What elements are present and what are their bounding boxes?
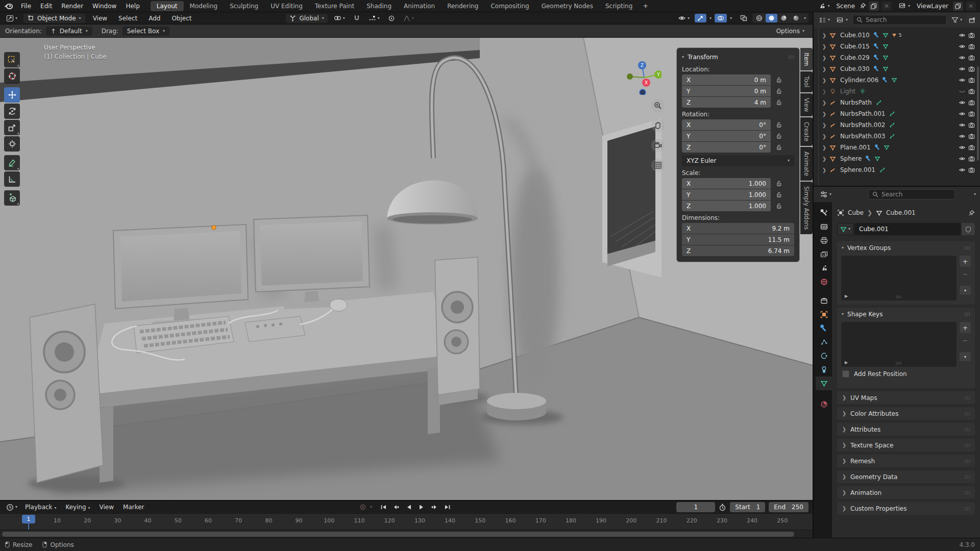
list-resize-grip[interactable]	[895, 295, 902, 298]
lock-icon[interactable]	[775, 144, 782, 151]
modifier-icon[interactable]	[875, 144, 881, 151]
scene-name[interactable]: Scene	[834, 3, 857, 10]
tab-material[interactable]	[816, 397, 832, 411]
outliner-row-sphere-001[interactable]: ❯ Sphere.001	[822, 164, 980, 176]
pivot-point-dropdown[interactable]: ▾	[332, 14, 347, 22]
tool-move[interactable]	[4, 87, 20, 103]
auto-keying-dropdown[interactable]: ▾	[370, 505, 372, 509]
expand-icon[interactable]: ❯	[822, 134, 827, 139]
lock-icon[interactable]	[775, 88, 782, 94]
current-frame-marker[interactable]: 1	[22, 515, 35, 523]
mode-selector[interactable]: Object Mode ▾	[23, 14, 85, 23]
prev-keyframe-button[interactable]	[390, 503, 402, 512]
panel-drag-grip[interactable]	[964, 312, 970, 316]
modifier-icon[interactable]	[874, 32, 880, 38]
tool-scale[interactable]	[4, 120, 20, 135]
workspace-tab-rendering[interactable]: Rendering	[441, 1, 484, 11]
scale-z-field[interactable]: Z1.000	[682, 201, 771, 211]
workspace-tab-uv-editing[interactable]: UV Editing	[264, 1, 309, 11]
list-resize-grip[interactable]	[895, 362, 902, 365]
workspace-tab-layout[interactable]: Layout	[151, 1, 184, 11]
gizmo-axis-z-neg[interactable]	[640, 89, 646, 95]
snap-toggle[interactable]	[351, 14, 362, 23]
lock-icon[interactable]	[775, 121, 782, 128]
panel-drag-grip[interactable]	[964, 443, 970, 447]
timeline-editor-type-button[interactable]: ▾	[4, 503, 19, 512]
disable-render-icon[interactable]	[968, 88, 975, 94]
lock-icon[interactable]	[775, 99, 782, 106]
hide-eye-icon[interactable]	[959, 99, 966, 106]
shading-dropdown[interactable]: ▾	[802, 16, 807, 20]
navigation-gizmo[interactable]: Z Y X	[627, 60, 662, 95]
location-z-field[interactable]: Z4 m	[682, 97, 771, 108]
tab-constraints[interactable]	[816, 363, 832, 377]
expand-icon[interactable]: ❯	[822, 89, 827, 94]
lock-icon[interactable]	[775, 133, 782, 139]
toggle-perspective-icon[interactable]	[651, 159, 665, 172]
sidebar-tab-tool[interactable]: Tool	[800, 71, 813, 92]
menu-select[interactable]: Select	[115, 14, 141, 23]
outliner-row-plane-001[interactable]: ❯ Plane.001	[822, 142, 980, 153]
panel-drag-grip[interactable]	[964, 396, 970, 400]
outliner-row-cube-015[interactable]: ❯ Cube.015	[822, 41, 980, 52]
xray-toggle[interactable]	[738, 14, 749, 22]
section-attributes[interactable]: ❯ Attributes	[837, 423, 975, 436]
proportional-editing-toggle[interactable]	[386, 14, 397, 23]
sidebar-tab-view[interactable]: View	[800, 93, 813, 116]
object-visibility-dropdown[interactable]: ▾	[676, 14, 692, 22]
light-data-icon[interactable]	[860, 88, 866, 94]
shape-key-specials-menu[interactable]: ▾	[960, 352, 971, 361]
properties-options-dropdown[interactable]: ▾	[974, 192, 976, 196]
menu-marker[interactable]: Marker	[119, 503, 148, 512]
dimensions-z-field[interactable]: Z6.74 m	[682, 245, 794, 256]
tab-world[interactable]	[816, 275, 832, 289]
menu-view[interactable]: View	[89, 14, 111, 23]
panel-drag-grip[interactable]	[788, 55, 794, 59]
outliner-scope-dropdown[interactable]: ▾	[835, 16, 850, 24]
panel-drag-grip[interactable]	[964, 507, 970, 511]
disable-render-icon[interactable]	[968, 111, 975, 117]
mesh-data-icon[interactable]	[884, 144, 890, 151]
vertex-groups-list[interactable]: ▶	[841, 256, 957, 300]
outliner-row-nurbspath-003[interactable]: ❯ NurbsPath.003	[822, 131, 980, 142]
menu-object[interactable]: Object	[168, 14, 195, 23]
start-frame-field[interactable]: Start 1	[730, 502, 765, 512]
rotation-mode-dropdown[interactable]: XYZ Euler ▾	[682, 155, 794, 166]
hide-eye-icon[interactable]	[959, 32, 966, 38]
disable-render-icon[interactable]	[968, 43, 975, 49]
workspace-tab-shading[interactable]: Shading	[360, 1, 398, 11]
panel-drag-grip[interactable]	[964, 459, 970, 463]
add-shape-key-button[interactable]: +	[960, 322, 971, 333]
shading-solid-button[interactable]	[766, 14, 777, 22]
shading-rendered-button[interactable]	[790, 14, 802, 22]
add-vertex-group-button[interactable]: +	[960, 256, 971, 267]
expand-icon[interactable]: ❯	[822, 44, 827, 49]
panel-drag-grip[interactable]	[964, 475, 970, 479]
curve-data-icon[interactable]	[889, 122, 895, 128]
play-reverse-button[interactable]	[403, 503, 414, 512]
expand-icon[interactable]: ❯	[822, 78, 827, 83]
outliner-row-cylinder-006[interactable]: ❯ Cylinder.006	[822, 74, 980, 86]
new-scene-button[interactable]	[869, 2, 879, 11]
tab-output[interactable]	[816, 234, 832, 247]
tab-render[interactable]	[816, 220, 832, 234]
fake-user-shield-icon[interactable]	[962, 223, 975, 235]
add-workspace-button[interactable]: +	[639, 1, 652, 11]
tab-physics[interactable]	[816, 349, 832, 363]
outliner-scrollbar[interactable]	[977, 66, 979, 161]
new-collection-button[interactable]	[967, 15, 977, 24]
mesh-data-icon[interactable]	[891, 77, 897, 83]
add-rest-position-checkbox[interactable]	[842, 370, 849, 378]
filter-dropdown[interactable]: ▾	[949, 16, 964, 24]
jump-to-start-button[interactable]	[378, 503, 389, 512]
section-texture-space[interactable]: ❯ Texture Space	[837, 439, 975, 452]
drag-mode-dropdown[interactable]: Select Box ▾	[122, 27, 169, 36]
disable-render-icon[interactable]	[968, 66, 975, 72]
timeline-scrollbar-thumb[interactable]	[2, 532, 794, 537]
hide-eye-icon[interactable]	[959, 111, 966, 117]
expand-icon[interactable]: ❯	[822, 111, 827, 117]
section-geometry-data[interactable]: ❯ Geometry Data	[837, 470, 975, 483]
rotation-x-field[interactable]: X0°	[682, 119, 771, 130]
sidebar-tab-animate[interactable]: Animate	[800, 147, 813, 181]
properties-editor-type-button[interactable]: ▾	[818, 190, 834, 199]
